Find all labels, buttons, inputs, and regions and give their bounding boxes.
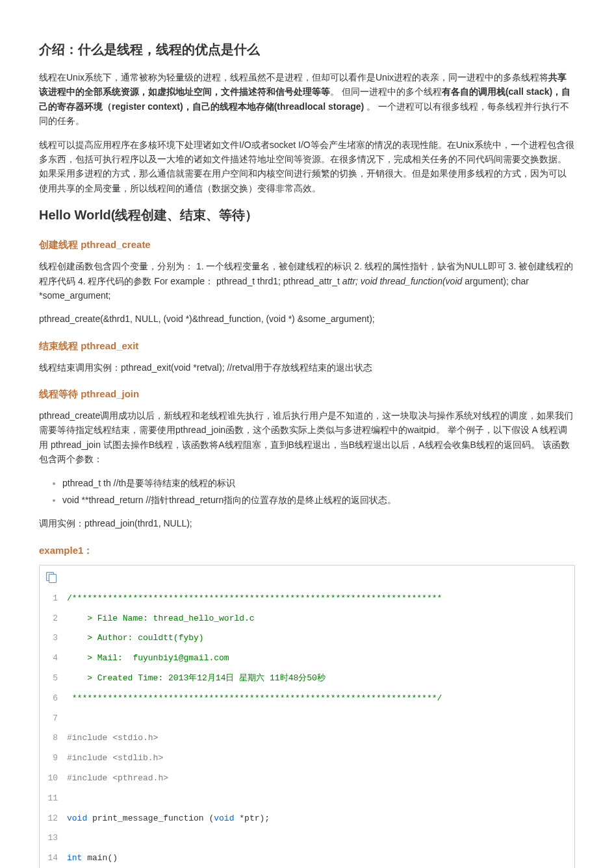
paragraph-intro-1: 线程在Unix系统下，通常被称为轻量级的进程，线程虽然不是进程，但却可以看作是U… bbox=[39, 70, 575, 129]
paragraph-join-1: pthread_create调用成功以后，新线程和老线程谁先执行，谁后执行用户是… bbox=[39, 408, 575, 467]
text: 线程在Unix系统下，通常被称为轻量级的进程，线程虽然不是进程，但却可以看作是U… bbox=[39, 72, 548, 82]
code-text: /***************************************… bbox=[67, 593, 442, 603]
list-item: void **thread_return //指针thread_return指向… bbox=[62, 493, 575, 507]
line-number: 13 bbox=[40, 828, 63, 849]
line-number: 11 bbox=[40, 789, 63, 809]
code-text: #include <stdlib.h> bbox=[67, 753, 163, 763]
code-lines: 1/**************************************… bbox=[40, 589, 574, 868]
code-text: ****************************************… bbox=[67, 693, 442, 703]
code-text: > Author: couldtt(fyby) bbox=[67, 633, 204, 643]
code-text: void bbox=[214, 813, 234, 823]
subheading-exit: 结束线程 pthread_exit bbox=[39, 338, 575, 354]
paragraph-create-2: pthread_create(&thrd1, NULL, (void *)&th… bbox=[39, 312, 575, 326]
text: 。 但同一进程中的多个线程 bbox=[330, 86, 442, 97]
line-number: 14 bbox=[40, 849, 63, 868]
line-number: 6 bbox=[40, 689, 63, 709]
join-params-list: pthread_t th //th是要等待结束的线程的标识 void **thr… bbox=[39, 476, 575, 508]
paragraph-create-1: 线程创建函数包含四个变量，分别为： 1. 一个线程变量名，被创建线程的标识 2.… bbox=[39, 259, 575, 303]
text-italic: attr; void thread_function(void bbox=[342, 276, 465, 286]
subheading-join: 线程等待 pthread_join bbox=[39, 386, 575, 402]
line-number: 2 bbox=[40, 609, 63, 629]
heading-hello-world: Hello World(线程创建、结束、等待） bbox=[39, 205, 575, 225]
subheading-create: 创建线程 pthread_create bbox=[39, 237, 575, 253]
line-number: 10 bbox=[40, 769, 63, 789]
code-text: > Created Time: 2013年12月14日 星期六 11时48分50… bbox=[67, 673, 326, 683]
list-item: pthread_t th //th是要等待结束的线程的标识 bbox=[62, 476, 575, 490]
code-text: int bbox=[67, 853, 82, 863]
line-number: 7 bbox=[40, 709, 63, 729]
paragraph-intro-2: 线程可以提高应用程序在多核环境下处理诸如文件I/O或者socket I/O等会产… bbox=[39, 138, 575, 196]
paragraph-exit-1: 线程结束调用实例：pthread_exit(void *retval); //r… bbox=[39, 360, 575, 375]
line-number: 5 bbox=[40, 669, 63, 689]
line-number: 8 bbox=[40, 728, 63, 749]
line-number: 12 bbox=[40, 809, 63, 829]
code-text: #include <pthread.h> bbox=[67, 773, 168, 783]
code-block-example1: 1/**************************************… bbox=[39, 565, 575, 868]
code-text: *ptr); bbox=[234, 813, 270, 823]
code-text: #include <stdio.h> bbox=[67, 733, 158, 743]
line-number: 3 bbox=[40, 628, 63, 649]
line-number: 1 bbox=[40, 589, 63, 609]
subheading-example1: example1： bbox=[39, 543, 575, 558]
code-text: void bbox=[67, 813, 87, 823]
paragraph-join-2: 调用实例：pthread_join(thrd1, NULL); bbox=[39, 516, 575, 530]
line-number: 9 bbox=[40, 749, 63, 769]
copy-icon[interactable] bbox=[46, 572, 57, 582]
code-text: print_message_function ( bbox=[87, 813, 214, 823]
code-text: > Mail: fuyunbiyi@gmail.com bbox=[67, 653, 229, 663]
line-number: 4 bbox=[40, 649, 63, 669]
code-text: main() bbox=[82, 853, 118, 863]
heading-intro: 介绍：什么是线程，线程的优点是什么 bbox=[39, 39, 575, 60]
document-page: 介绍：什么是线程，线程的优点是什么 线程在Unix系统下，通常被称为轻量级的进程… bbox=[0, 0, 614, 868]
code-toolbar bbox=[40, 565, 574, 589]
code-text: > File Name: thread_hello_world.c bbox=[67, 614, 255, 623]
